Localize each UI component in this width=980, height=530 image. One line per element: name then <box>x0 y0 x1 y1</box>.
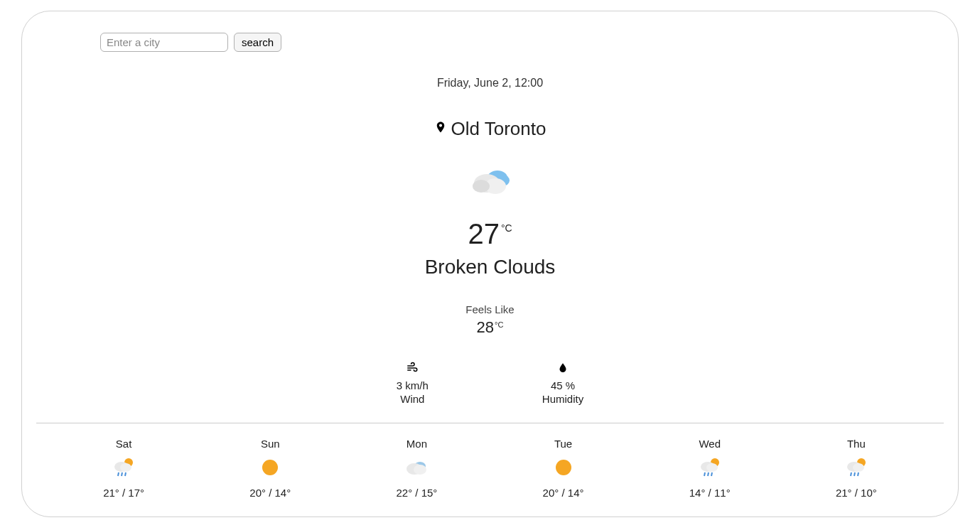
svg-point-7 <box>120 463 131 472</box>
forecast-day-name: Thu <box>836 438 877 450</box>
forecast-day-temps: 22° / 15° <box>396 487 437 499</box>
svg-point-18 <box>706 463 718 472</box>
svg-point-24 <box>853 463 864 472</box>
search-row: search <box>100 33 930 52</box>
svg-point-15 <box>556 460 571 475</box>
svg-line-8 <box>118 472 119 476</box>
forecast-day-icon <box>543 457 584 478</box>
forecast-day: Sat21° / 17° <box>103 438 144 499</box>
search-button[interactable]: search <box>234 33 281 52</box>
current-temperature-row: 27 °C <box>468 218 512 250</box>
forecast-day-name: Sat <box>103 438 144 450</box>
forecast-day-icon <box>689 457 731 478</box>
forecast-day-name: Tue <box>543 438 584 450</box>
metrics-row: 3 km/h Wind 45 % Humidity <box>50 362 930 405</box>
current-datetime: Friday, June 2, 12:00 <box>50 77 930 90</box>
feels-like-value: 28 <box>477 318 494 337</box>
current-weather-icon <box>50 165 930 200</box>
svg-point-11 <box>262 460 278 475</box>
forecast-day-name: Wed <box>689 438 731 450</box>
forecast-day-temps: 21° / 17° <box>103 487 144 499</box>
city-search-input[interactable] <box>100 33 228 52</box>
forecast-day-temps: 20° / 14° <box>249 487 291 499</box>
feels-like-unit: °C <box>495 320 503 329</box>
forecast-day: Tue20° / 14° <box>543 438 584 499</box>
weather-card: search Friday, June 2, 12:00 Old Toronto… <box>21 11 959 517</box>
temperature-unit: °C <box>501 222 512 234</box>
current-condition: Broken Clouds <box>50 256 930 278</box>
wind-value: 3 km/h <box>397 379 429 391</box>
svg-line-21 <box>711 472 712 476</box>
forecast-day-icon <box>396 457 437 478</box>
svg-point-4 <box>473 180 490 193</box>
humidity-label: Humidity <box>542 393 583 405</box>
forecast-day: Sun20° / 14° <box>249 438 291 499</box>
current-temperature: 27 <box>468 218 500 250</box>
location-name: Old Toronto <box>451 118 546 140</box>
wind-label: Wind <box>397 393 429 405</box>
wind-icon <box>397 362 429 379</box>
location-row: Old Toronto <box>50 118 930 140</box>
feels-like-row: 28 °C <box>477 318 504 337</box>
svg-line-10 <box>125 472 126 476</box>
forecast-day-name: Mon <box>396 438 437 450</box>
svg-line-26 <box>854 472 855 476</box>
humidity-value: 45 % <box>542 379 583 391</box>
svg-line-9 <box>122 472 122 476</box>
forecast-day: Wed14° / 11° <box>689 438 731 499</box>
forecast-day-icon <box>836 457 877 478</box>
wind-metric: 3 km/h Wind <box>397 362 429 405</box>
svg-point-14 <box>414 465 426 475</box>
forecast-day-icon <box>249 457 291 478</box>
svg-line-25 <box>851 472 851 476</box>
forecast-day-temps: 20° / 14° <box>543 487 584 499</box>
forecast-day: Mon22° / 15° <box>396 438 437 499</box>
forecast-day-name: Sun <box>249 438 291 450</box>
divider <box>36 423 944 423</box>
forecast-day-icon <box>103 457 144 478</box>
svg-line-27 <box>858 472 858 476</box>
svg-line-19 <box>704 472 705 476</box>
svg-line-20 <box>708 472 709 476</box>
location-pin-icon <box>434 118 447 140</box>
forecast-day-temps: 14° / 11° <box>689 487 731 499</box>
humidity-metric: 45 % Humidity <box>542 362 583 405</box>
forecast-row: Sat21° / 17°Sun20° / 14°Mon22° / 15°Tue2… <box>50 438 930 499</box>
feels-like-label: Feels Like <box>50 303 930 315</box>
humidity-icon <box>542 362 583 379</box>
forecast-day: Thu21° / 10° <box>836 438 877 499</box>
forecast-day-temps: 21° / 10° <box>836 487 877 499</box>
